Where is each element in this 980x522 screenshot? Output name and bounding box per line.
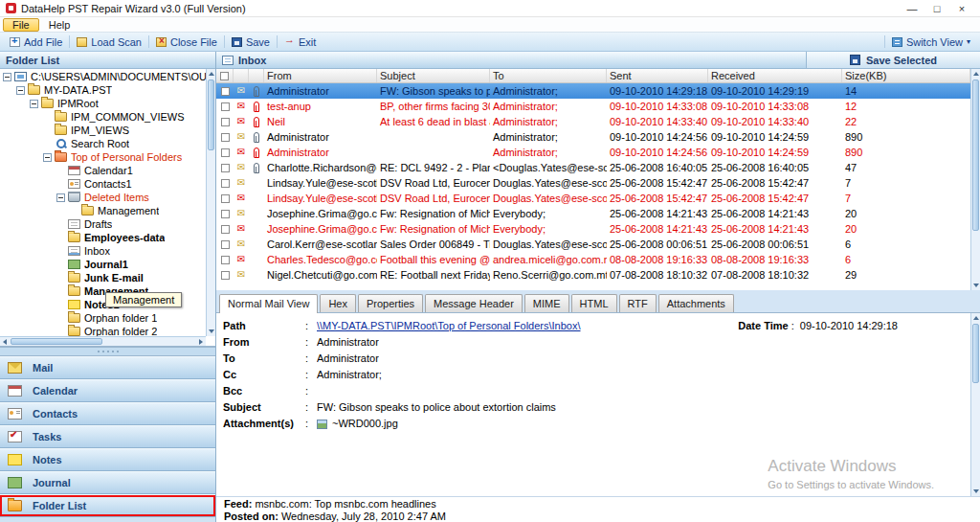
select-all-checkbox[interactable] (220, 72, 229, 80)
close-button[interactable]: × (949, 1, 974, 16)
row-checkbox[interactable] (221, 194, 230, 203)
expander-icon[interactable] (16, 86, 25, 95)
tab-rtf[interactable]: RTF (619, 294, 657, 312)
menu-item-file[interactable]: File (3, 18, 39, 32)
preview-vertical-scrollbar[interactable] (970, 313, 980, 496)
expander-icon[interactable] (56, 193, 65, 202)
mail-row[interactable]: ✉AdministratorAdministrator;09-10-2010 1… (216, 129, 970, 145)
scroll-down-button[interactable] (207, 327, 215, 336)
load-scan-button[interactable]: Load Scan (71, 33, 147, 51)
scroll-down-button[interactable] (971, 487, 980, 496)
tree-item-calendar1[interactable]: Calendar1 (0, 164, 206, 177)
tree-item-employees-data[interactable]: Employees-data (0, 231, 206, 244)
tree-item-inbox[interactable]: Inbox (0, 244, 206, 258)
envelope-column-header[interactable] (234, 69, 249, 82)
exit-button[interactable]: Exit (278, 33, 322, 51)
expander-icon[interactable] (43, 153, 52, 162)
menu-item-help[interactable]: Help (39, 18, 80, 32)
tree-item-drafts[interactable]: Drafts (0, 217, 206, 231)
tree-item-contacts1[interactable]: Contacts1 (0, 177, 206, 191)
tree-vertical-scrollbar[interactable] (206, 69, 215, 336)
tree-item-deleted-items[interactable]: Deleted Items (0, 191, 206, 204)
tree-item-junk-e-mail[interactable]: Junk E-mail (0, 271, 206, 284)
nav-item-contacts[interactable]: Contacts (0, 402, 215, 425)
tree-item-management[interactable]: Management (0, 204, 206, 217)
path-link[interactable]: \\MY-DATA.PST\IPMRoot\Top of Personal Fo… (317, 320, 581, 332)
mail-row[interactable]: ✉Josephine.Grima@go.com.mtFw: Resignatio… (216, 221, 970, 237)
tab-attachments[interactable]: Attachments (658, 294, 734, 312)
mail-row[interactable]: ✉AdministratorAdministrator;09-10-2010 1… (216, 145, 970, 160)
paperclip-column-header[interactable] (249, 69, 264, 82)
save-button[interactable]: Save (226, 33, 276, 51)
save-selected-button[interactable]: Save Selected (806, 52, 980, 69)
tab-properties[interactable]: Properties (358, 294, 423, 312)
column-header-from[interactable]: From (264, 69, 377, 82)
tree-horizontal-scrollbar[interactable] (0, 336, 206, 346)
row-checkbox[interactable] (221, 240, 230, 249)
row-checkbox[interactable] (221, 225, 230, 234)
mail-row[interactable]: ✉NeilAt least 6 dead in blast at Ch...Ad… (216, 114, 970, 129)
column-header-subject[interactable]: Subject (377, 69, 490, 82)
tree-item-top-of-personal-folders[interactable]: Top of Personal Folders (0, 150, 206, 164)
tree-item-c-users-admin-documents-outlook-f[interactable]: C:\USERS\ADMIN\DOCUMENTS\OUTLOOK F (0, 70, 206, 83)
tab-message-header[interactable]: Message Header (425, 294, 523, 312)
scroll-thumb[interactable] (11, 338, 102, 345)
mail-row[interactable]: ✉Charlotte.Richardson@dexio...RE: DCL 94… (216, 160, 970, 175)
mail-row[interactable]: ✉test-anupBP, other firms facing 300 la.… (216, 99, 970, 114)
column-header-to[interactable]: To (490, 69, 607, 82)
tree-item-my-data-pst[interactable]: MY-DATA.PST (0, 83, 206, 97)
tab-normal-mail-view[interactable]: Normal Mail View (219, 294, 318, 313)
column-header-sent[interactable]: Sent (607, 69, 708, 82)
nav-item-notes[interactable]: Notes (0, 448, 215, 471)
column-header-size[interactable]: Size(KB) (842, 69, 970, 82)
row-checkbox[interactable] (221, 133, 230, 142)
scroll-up-button[interactable] (971, 69, 980, 79)
scroll-thumb[interactable] (972, 79, 979, 231)
tree-item-journal1[interactable]: Journal1 (0, 258, 206, 271)
tree-item-ipmroot[interactable]: IPMRoot (0, 97, 206, 110)
mail-row[interactable]: ✉Josephine.Grima@go.com.mtFw: Resignatio… (216, 206, 970, 221)
expander-icon[interactable] (30, 100, 38, 108)
scroll-up-button[interactable] (971, 313, 980, 323)
tab-hex[interactable]: Hex (320, 294, 356, 312)
nav-item-calendar[interactable]: Calendar (0, 379, 215, 402)
scroll-left-button[interactable] (0, 337, 10, 346)
tab-html[interactable]: HTML (571, 294, 617, 312)
scroll-right-button[interactable] (196, 337, 206, 346)
add-file-button[interactable]: Add File (4, 33, 68, 51)
row-checkbox[interactable] (221, 256, 230, 264)
scroll-down-button[interactable] (971, 281, 980, 290)
scroll-thumb[interactable] (208, 79, 214, 150)
column-header-received[interactable]: Received (708, 69, 842, 82)
tree-item-ipm-common-views[interactable]: IPM_COMMON_VIEWS (0, 110, 206, 124)
nav-item-folder-list[interactable]: Folder List (0, 494, 215, 517)
row-checkbox[interactable] (221, 118, 230, 126)
row-checkbox[interactable] (221, 164, 230, 172)
mail-row[interactable]: ✉Carol.Kerr@ese-scotland.co.ukSales Orde… (216, 237, 970, 252)
list-vertical-scrollbar[interactable] (970, 69, 980, 290)
tab-mime[interactable]: MIME (524, 294, 569, 312)
row-checkbox[interactable] (221, 102, 230, 111)
nav-item-tasks[interactable]: Tasks (0, 425, 215, 448)
row-checkbox[interactable] (221, 271, 230, 280)
maximize-button[interactable]: □ (924, 1, 949, 16)
tree-item-ipm-views[interactable]: IPM_VIEWS (0, 124, 206, 137)
minimize-button[interactable]: — (900, 1, 924, 16)
row-checkbox[interactable] (221, 179, 230, 188)
row-checkbox[interactable] (221, 87, 230, 96)
tree-item-orphan-folder-2[interactable]: Orphan folder 2 (0, 325, 206, 336)
close-file-button[interactable]: Close File (150, 33, 223, 51)
scroll-thumb[interactable] (972, 324, 979, 383)
mail-row[interactable]: ✉Nigel.Chetcuti@go.com.mtRE: Football ne… (216, 267, 970, 283)
expander-icon[interactable] (3, 73, 11, 81)
nav-item-mail[interactable]: Mail (0, 356, 215, 379)
mail-row[interactable]: ✉Lindsay.Yule@ese-scotland.c...DSV Road … (216, 175, 970, 191)
splitter-handle[interactable] (0, 347, 215, 356)
nav-item-journal[interactable]: Journal (0, 471, 215, 494)
row-checkbox[interactable] (221, 210, 230, 218)
tree-item-orphan-folder-1[interactable]: Orphan folder 1 (0, 311, 206, 325)
mail-row[interactable]: ✉Charles.Tedesco@go.com.mtFootball this … (216, 252, 970, 267)
mail-row[interactable]: ✉Lindsay.Yule@ese-scotland.c...DSV Road … (216, 191, 970, 206)
row-checkbox[interactable] (221, 148, 230, 157)
scroll-up-button[interactable] (207, 69, 215, 79)
